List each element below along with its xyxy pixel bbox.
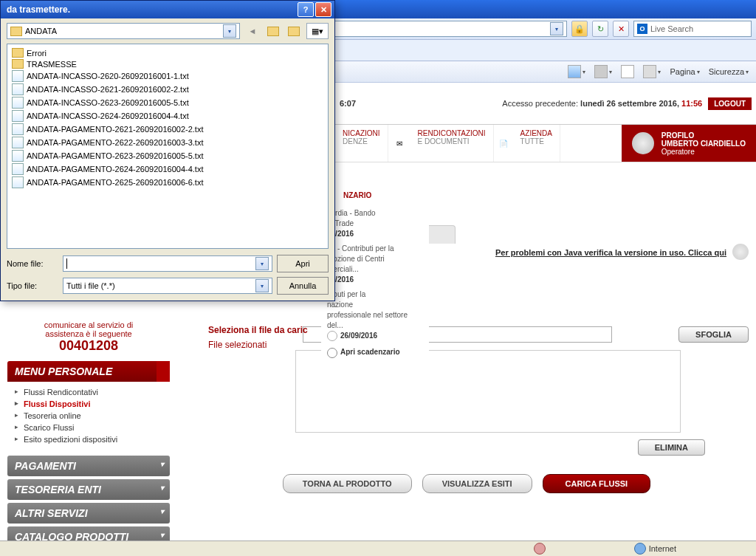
dialog-title: da trasmettere. (7, 4, 70, 15)
menu-rendicontazioni[interactable]: RENDICONTAZIONI E DOCUMENTI (410, 125, 494, 162)
file-item[interactable]: ANDATA-INCASSO-2621-26092016002-2.txt (12, 83, 323, 96)
file-icon (12, 110, 24, 122)
file-open-dialog: da trasmettere. ? ✕ ANDATA ▾ ◄ ▦▾ Errori… (0, 0, 335, 301)
main-column: SFOGLIA ELIMINA TORNA AL PRODOTTO VISUAL… (185, 318, 749, 543)
home-icon (568, 65, 581, 78)
left-column: comunicare al servizio di assistenza è i… (7, 318, 170, 543)
torna-button[interactable]: TORNA AL PRODOTTO (283, 474, 412, 493)
dialog-help-button[interactable]: ? (298, 2, 314, 17)
file-icon (12, 83, 24, 95)
file-name: ANDATA-PAGAMENTO-2621-26092016002-2.txt (27, 125, 203, 134)
file-item[interactable]: ANDATA-INCASSO-2624-26092016004-4.txt (12, 109, 323, 123)
open-button[interactable]: Apri (277, 255, 329, 272)
file-item[interactable]: ANDATA-INCASSO-2620-26092016001-1.txt (12, 69, 323, 83)
menu-personale-links: Flussi RendicontativiFlussi DispositiviT… (7, 382, 170, 453)
look-in-value: ANDATA (25, 27, 57, 35)
file-name: ANDATA-INCASSO-2621-26092016002-2.txt (27, 85, 189, 94)
file-item[interactable]: ANDATA-INCASSO-2623-26092016005-5.txt (12, 96, 323, 109)
sfoglia-button[interactable]: SFOGLIA (678, 326, 749, 343)
file-icon (12, 97, 24, 109)
menu-azienda[interactable]: AZIENDA TUTTE (513, 125, 560, 162)
folder-icon (12, 48, 24, 58)
security-zone[interactable]: Internet (634, 543, 676, 555)
cat-tesoreria[interactable]: TESORERIA ENTI (7, 479, 170, 500)
filetype-label: Tipo file: (7, 281, 58, 290)
open-scadenzario-link[interactable]: Apri scadenzario (327, 347, 423, 357)
assist-number: 00401208 (7, 338, 170, 354)
sidebar-link[interactable]: Tesoreria online (15, 410, 162, 422)
folder-icon (10, 27, 22, 36)
menu-comunicazioni[interactable]: NICAZIONI DENZE (335, 125, 388, 162)
new-folder-button[interactable] (286, 24, 302, 38)
feeds-button[interactable]: ▾ (594, 65, 612, 78)
folder-icon (12, 59, 24, 69)
filetype-combo[interactable]: Tutti i file (*.*) ▾ (63, 278, 272, 294)
popup-blocked-icon[interactable] (534, 543, 546, 555)
java-warning[interactable]: Per problemi con Java verifica la versio… (495, 248, 726, 257)
views-button[interactable]: ▦▾ (306, 23, 329, 39)
home-button[interactable]: ▾ (568, 65, 585, 78)
file-item[interactable]: ANDATA-PAGAMENTO-2621-26092016002-2.txt (12, 123, 323, 136)
profile-box[interactable]: PROFILO UMBERTO CIARDIELLO Operatore (622, 125, 756, 162)
cat-pagamenti[interactable]: PAGAMENTI (7, 456, 170, 476)
current-time: 6:07 (340, 99, 356, 108)
file-name: ANDATA-PAGAMENTO-2622-26092016003-3.txt (27, 138, 203, 147)
sidebar-link[interactable]: Flussi Rendicontativi (15, 386, 162, 398)
safety-menu[interactable]: Sicurezza▾ (709, 67, 749, 76)
gear-icon[interactable] (732, 244, 749, 260)
envelope-icon: ✉ (388, 125, 410, 162)
elimina-button[interactable]: ELIMINA (638, 439, 705, 456)
carica-button[interactable]: CARICA FLUSSI (543, 474, 651, 493)
file-name: ANDATA-PAGAMENTO-2623-26092016005-5.txt (27, 151, 203, 160)
last-access: Accesso precedente: lunedì 26 settembre … (502, 99, 702, 108)
file-name: ANDATA-INCASSO-2624-26092016004-4.txt (27, 111, 189, 120)
filename-input[interactable]: ▾ (63, 255, 272, 272)
filetype-dropdown-icon[interactable]: ▾ (255, 279, 269, 292)
sidebar-link[interactable]: Flussi Dispositivi (15, 398, 162, 410)
cancel-button[interactable]: Annulla (277, 277, 329, 295)
file-item[interactable]: ANDATA-PAGAMENTO-2622-26092016003-3.txt (12, 136, 323, 149)
menu-personale-header[interactable]: MENU PERSONALE (7, 361, 170, 382)
stop-icon[interactable]: ✕ (613, 21, 629, 37)
sidebar-link[interactable]: Esito spedizioni dispositivi (15, 433, 162, 445)
folder-item[interactable]: TRASMESSE (12, 58, 323, 69)
clock-icon (327, 331, 337, 341)
up-button[interactable] (265, 24, 281, 38)
file-name: Errori (27, 49, 47, 58)
file-item[interactable]: ANDATA-PAGAMENTO-2623-26092016005-5.txt (12, 149, 323, 162)
scadenzario-panel: NZARIO bardia - Bando el Trade 09/2016 r… (321, 186, 429, 363)
file-icon (12, 176, 24, 188)
look-in-dropdown-icon[interactable]: ▾ (223, 24, 236, 38)
assist-line2: assistenza è il seguente (7, 329, 170, 338)
folder-item[interactable]: Errori (12, 47, 323, 58)
filename-dropdown-icon[interactable]: ▾ (255, 257, 269, 270)
file-list[interactable]: ErroriTRASMESSEANDATA-INCASSO-2620-26092… (7, 44, 329, 249)
visualizza-button[interactable]: VISUALIZZA ESITI (422, 474, 532, 493)
back-button[interactable]: ◄ (244, 24, 261, 38)
lock-icon: 🔒 (571, 21, 588, 37)
dialog-close-button[interactable]: ✕ (315, 2, 331, 17)
file-icon (12, 137, 24, 148)
dialog-toolbar: ANDATA ▾ ◄ ▦▾ (1, 18, 334, 44)
cat-altri[interactable]: ALTRI SERVIZI (7, 503, 170, 524)
file-name: TRASMESSE (27, 60, 77, 69)
file-name: ANDATA-PAGAMENTO-2624-26092016004-4.txt (27, 165, 203, 174)
file-item[interactable]: ANDATA-PAGAMENTO-2625-26092016006-6.txt (12, 176, 323, 189)
page-menu[interactable]: Pagina▾ (670, 67, 699, 76)
file-item[interactable]: ANDATA-PAGAMENTO-2624-26092016004-4.txt (12, 162, 323, 176)
refresh-icon[interactable]: ↻ (592, 21, 608, 37)
assist-line1: comunicare al servizio di (7, 320, 170, 329)
folder-up-icon (267, 27, 279, 36)
sidebar-link[interactable]: Scarico Flussi (15, 422, 162, 433)
search-input[interactable]: O Live Search (633, 21, 752, 37)
look-in-combo[interactable]: ANDATA ▾ (7, 23, 240, 39)
file-icon (12, 163, 24, 175)
file-name: ANDATA-PAGAMENTO-2625-26092016006-6.txt (27, 178, 203, 187)
print-button[interactable]: ▾ (643, 65, 661, 78)
new-folder-icon (288, 27, 300, 36)
logout-button[interactable]: LOGOUT (708, 97, 752, 110)
print-icon (643, 65, 656, 78)
url-dropdown-icon[interactable]: ▾ (550, 22, 563, 35)
selected-files-label: File selezionati (208, 340, 267, 350)
mail-button[interactable] (621, 65, 634, 78)
